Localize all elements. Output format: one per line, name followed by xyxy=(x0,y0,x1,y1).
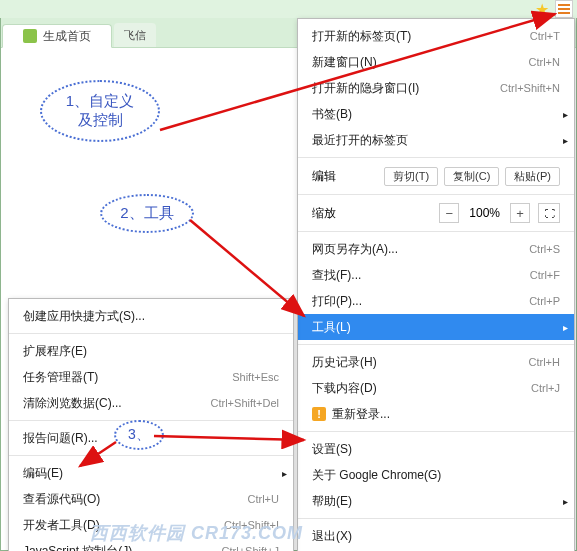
menu-item-tools[interactable]: 工具(L)▸ xyxy=(298,314,574,340)
menu-row-edit: 编辑 剪切(T) 复制(C) 粘贴(P) xyxy=(298,162,574,190)
chevron-right-icon: ▸ xyxy=(563,135,568,146)
zoom-value: 100% xyxy=(463,206,506,220)
chevron-right-icon: ▸ xyxy=(563,322,568,333)
annotation-callout-3: 3、 xyxy=(114,420,164,450)
menu-item-incognito[interactable]: 打开新的隐身窗口(I)Ctrl+Shift+N xyxy=(298,75,574,101)
fullscreen-button[interactable]: ⛶ xyxy=(538,203,560,223)
menu-item-find[interactable]: 查找(F)...Ctrl+F xyxy=(298,262,574,288)
menu-item-bookmarks[interactable]: 书签(B)▸ xyxy=(298,101,574,127)
chevron-right-icon: ▸ xyxy=(563,109,568,120)
main-menu: 打开新的标签页(T)Ctrl+T 新建窗口(N)Ctrl+N 打开新的隐身窗口(… xyxy=(297,18,575,551)
edit-copy-button[interactable]: 复制(C) xyxy=(444,167,499,186)
annotation-callout-2: 2、工具 xyxy=(100,194,194,233)
zoom-in-button[interactable]: + xyxy=(510,203,530,223)
menu-item-recent-tabs[interactable]: 最近打开的标签页▸ xyxy=(298,127,574,153)
menu-item-about[interactable]: 关于 Google Chrome(G) xyxy=(298,462,574,488)
watermark: 西西软件园 CR173.COM xyxy=(90,521,303,545)
tab-label: 飞信 xyxy=(124,28,146,43)
submenu-item-clear-data[interactable]: 清除浏览数据(C)...Ctrl+Shift+Del xyxy=(9,390,293,416)
warning-icon: ! xyxy=(312,407,326,421)
menu-item-print[interactable]: 打印(P)...Ctrl+P xyxy=(298,288,574,314)
main-menu-button[interactable] xyxy=(555,0,573,18)
submenu-item-create-shortcut[interactable]: 创建应用快捷方式(S)... xyxy=(9,303,293,329)
zoom-out-button[interactable]: − xyxy=(439,203,459,223)
submenu-item-extensions[interactable]: 扩展程序(E) xyxy=(9,338,293,364)
menu-item-new-window[interactable]: 新建窗口(N)Ctrl+N xyxy=(298,49,574,75)
chevron-right-icon: ▸ xyxy=(563,496,568,507)
menu-item-new-tab[interactable]: 打开新的标签页(T)Ctrl+T xyxy=(298,23,574,49)
tab-label: 生成首页 xyxy=(43,28,91,45)
menu-item-downloads[interactable]: 下载内容(D)Ctrl+J xyxy=(298,375,574,401)
menu-item-exit[interactable]: 退出(X) xyxy=(298,523,574,549)
menu-item-signin[interactable]: !重新登录... xyxy=(298,401,574,427)
menu-item-settings[interactable]: 设置(S) xyxy=(298,436,574,462)
edit-cut-button[interactable]: 剪切(T) xyxy=(384,167,438,186)
menu-item-help[interactable]: 帮助(E)▸ xyxy=(298,488,574,514)
tab-home[interactable]: 生成首页 xyxy=(2,24,112,48)
bookmark-star-icon[interactable]: ★ xyxy=(535,0,549,19)
submenu-item-view-source[interactable]: 查看源代码(O)Ctrl+U xyxy=(9,486,293,512)
edit-paste-button[interactable]: 粘贴(P) xyxy=(505,167,560,186)
tab-feixin[interactable]: 飞信 xyxy=(114,23,156,47)
annotation-callout-1: 1、自定义 及控制 xyxy=(40,80,160,142)
chevron-right-icon: ▸ xyxy=(282,468,287,479)
menu-item-history[interactable]: 历史记录(H)Ctrl+H xyxy=(298,349,574,375)
menu-row-zoom: 缩放 − 100% + ⛶ xyxy=(298,199,574,227)
menu-item-save-as[interactable]: 网页另存为(A)...Ctrl+S xyxy=(298,236,574,262)
submenu-item-encoding[interactable]: 编码(E)▸ xyxy=(9,460,293,486)
submenu-item-task-manager[interactable]: 任务管理器(T)Shift+Esc xyxy=(9,364,293,390)
